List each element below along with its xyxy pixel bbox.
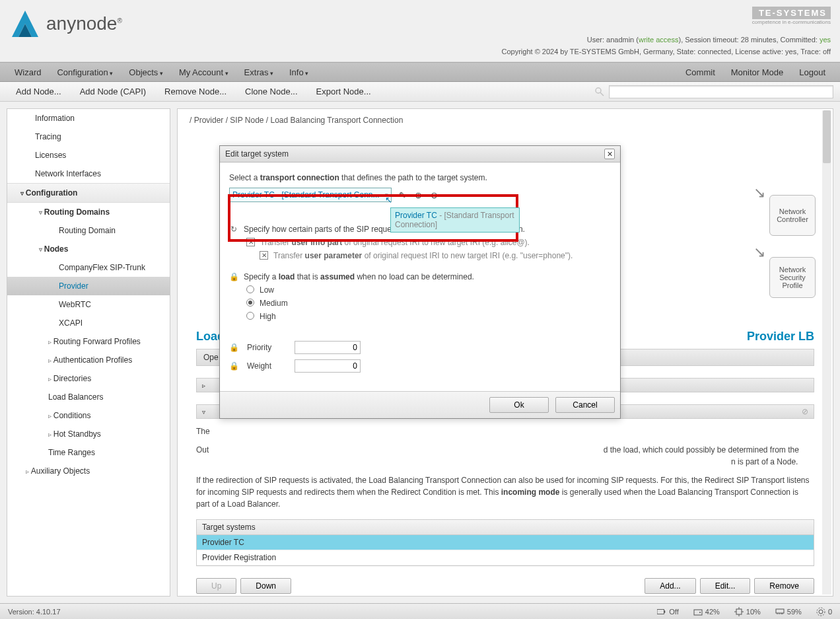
sidebar-licenses[interactable]: Licenses xyxy=(7,146,170,164)
table-row[interactable]: Provider TC xyxy=(197,535,814,550)
search-input[interactable] xyxy=(609,85,833,98)
add-icon[interactable]: ⊕ xyxy=(413,190,423,200)
chk2-label: Transfer user parameter of original requ… xyxy=(273,251,573,260)
checkbox-userinfo[interactable]: ✕ xyxy=(246,238,255,246)
remove-icon[interactable]: ⊖ xyxy=(429,190,439,200)
gear-icon xyxy=(816,607,825,616)
edit-icon[interactable]: ✎ xyxy=(397,190,407,200)
logo-text: anynode® xyxy=(46,13,122,34)
svg-point-16 xyxy=(819,610,823,614)
up-button[interactable]: Up xyxy=(196,578,236,594)
lock-icon: 🔒 xyxy=(229,343,239,352)
menu-logout[interactable]: Logout xyxy=(791,63,833,81)
status-line-2: Copyright © 2024 by TE-SYSTEMS GmbH, Ger… xyxy=(502,48,831,55)
radio-low-label: Low xyxy=(260,285,274,295)
sidebar-configuration[interactable]: Configuration xyxy=(7,183,170,203)
scrollbar[interactable] xyxy=(822,110,831,595)
select-dropdown[interactable]: Provider TC - [Standard Transport Connec… xyxy=(390,207,520,233)
radio-medium-label: Medium xyxy=(260,299,288,308)
te-systems-logo: TE-SYSTEMS competence in e-communication… xyxy=(752,7,831,25)
header: anynode® TE-SYSTEMS competence in e-comm… xyxy=(0,0,840,62)
sidebar-webrtc[interactable]: WebRTC xyxy=(7,295,170,314)
remove-button[interactable]: Remove xyxy=(754,578,814,594)
sidebar-routing-domain[interactable]: Routing Domain xyxy=(7,221,170,240)
menu-objects[interactable]: Objects xyxy=(121,63,171,81)
svg-point-5 xyxy=(699,612,701,613)
add-button[interactable]: Add... xyxy=(645,578,695,594)
close-icon[interactable]: ✕ xyxy=(604,149,615,159)
battery-icon xyxy=(657,607,666,616)
toolbar-clone-node[interactable]: Clone Node... xyxy=(236,83,307,100)
dialog-body: Select a transport connection that defin… xyxy=(220,163,620,391)
arrow-icon: ↘ xyxy=(753,184,765,201)
dialog-title-text: Edit target system xyxy=(225,149,289,159)
svg-rect-11 xyxy=(776,609,784,613)
sidebar-provider[interactable]: Provider xyxy=(7,277,170,295)
sidebar-information[interactable]: Information xyxy=(7,109,170,127)
sidebar-time-ranges[interactable]: Time Ranges xyxy=(7,443,170,462)
toolbar-remove-node[interactable]: Remove Node... xyxy=(155,83,236,100)
radio-high-label: High xyxy=(260,312,276,321)
sidebar-tracing[interactable]: Tracing xyxy=(7,127,170,146)
lock-icon: 🔒 xyxy=(229,361,239,371)
radio-high[interactable] xyxy=(246,312,254,320)
sidebar: Information Tracing Licenses Network Int… xyxy=(7,108,170,597)
sidebar-routing-forward[interactable]: Routing Forward Profiles xyxy=(7,332,170,351)
menubar: Wizard Configuration Objects My Account … xyxy=(0,62,840,82)
sidebar-routing-domains[interactable]: Routing Domains xyxy=(7,203,170,221)
weight-input[interactable] xyxy=(295,359,361,373)
sidebar-hot-standbys[interactable]: Hot Standbys xyxy=(7,425,170,443)
box-network-security[interactable]: Network Security Profile xyxy=(769,257,816,298)
stat-disk: 42% xyxy=(693,607,720,616)
sidebar-conditions[interactable]: Conditions xyxy=(7,406,170,425)
radio-medium[interactable] xyxy=(246,299,254,307)
lock-icon: 🔒 xyxy=(229,272,238,281)
logo: anynode® xyxy=(9,8,122,40)
menu-my-account[interactable]: My Account xyxy=(171,63,236,81)
text-the: The xyxy=(196,425,814,437)
edit-button[interactable]: Edit... xyxy=(700,578,751,594)
priority-input[interactable] xyxy=(295,341,361,354)
edit-target-dialog: Edit target system ✕ Select a transport … xyxy=(219,145,621,419)
transport-connection-select[interactable]: Provider TC - [Standard Transport Conn..… xyxy=(229,188,392,202)
sidebar-auxiliary[interactable]: Auxiliary Objects xyxy=(7,462,170,480)
menu-info[interactable]: Info xyxy=(281,63,316,81)
sidebar-directories[interactable]: Directories xyxy=(7,369,170,388)
disk-icon xyxy=(693,607,703,616)
text-out: Out d the load, which could possibly be … xyxy=(196,444,814,468)
cancel-button[interactable]: Cancel xyxy=(555,397,615,413)
radio-low[interactable] xyxy=(246,285,254,293)
dialog-footer: Ok Cancel xyxy=(220,391,620,418)
menu-wizard[interactable]: Wizard xyxy=(7,63,49,81)
toolbar-add-node-capi[interactable]: Add Node (CAPI) xyxy=(71,83,155,100)
toolbar-add-node[interactable]: Add Node... xyxy=(7,83,71,100)
menu-monitor-mode[interactable]: Monitor Mode xyxy=(723,63,791,81)
dialog-titlebar[interactable]: Edit target system ✕ xyxy=(220,146,620,163)
sidebar-nodes[interactable]: Nodes xyxy=(7,240,170,258)
sidebar-auth-profiles[interactable]: Authentication Profiles xyxy=(7,351,170,369)
menu-extras[interactable]: Extras xyxy=(236,63,281,81)
box-network-controller[interactable]: Network Controller xyxy=(769,195,816,236)
menu-commit[interactable]: Commit xyxy=(678,63,723,81)
refresh-icon: ↻ xyxy=(229,225,238,234)
chevron-down-icon: ▾ xyxy=(385,192,388,198)
table-header: Target systems xyxy=(197,520,814,535)
select-value: Provider TC - [Standard Transport Conn..… xyxy=(232,190,380,200)
sidebar-load-balancers[interactable]: Load Balancers xyxy=(7,388,170,406)
stat-battery: Off xyxy=(657,607,678,616)
table-row[interactable]: Provider Registration xyxy=(197,550,814,565)
ok-button[interactable]: Ok xyxy=(489,397,549,413)
breadcrumb: / Provider / SIP Node / Load Balancing T… xyxy=(178,109,833,131)
checkbox-userparam[interactable]: ✕ xyxy=(260,251,268,260)
scroll-thumb[interactable] xyxy=(823,110,831,163)
menu-configuration[interactable]: Configuration xyxy=(49,63,121,81)
arrow-icon: ↘ xyxy=(753,244,765,261)
title-provider-lb: Provider LB xyxy=(747,330,814,344)
te-logo-box: TE-SYSTEMS xyxy=(752,7,831,19)
load-label: Specify a load that is assumed when no l… xyxy=(244,272,474,281)
sidebar-network-interfaces[interactable]: Network Interfaces xyxy=(7,164,170,183)
toolbar-export-node[interactable]: Export Node... xyxy=(307,83,380,100)
sidebar-companyflex[interactable]: CompanyFlex SIP-Trunk xyxy=(7,258,170,277)
sidebar-xcapi[interactable]: XCAPI xyxy=(7,314,170,332)
down-button[interactable]: Down xyxy=(240,578,291,594)
